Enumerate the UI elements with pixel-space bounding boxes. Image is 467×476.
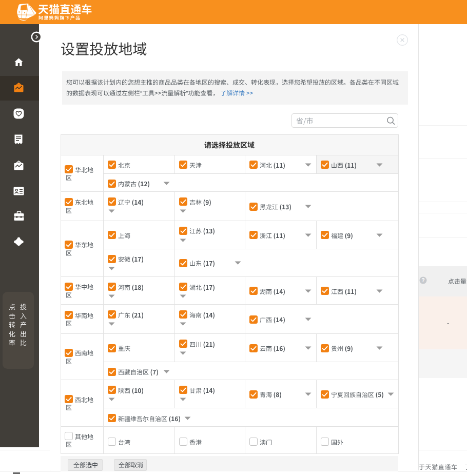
svg-text:?: ?: [421, 277, 424, 283]
